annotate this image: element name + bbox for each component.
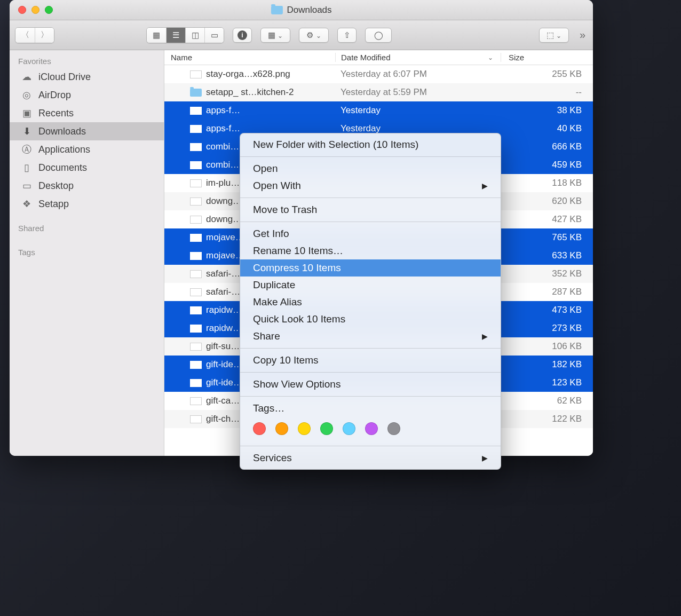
- file-row[interactable]: stay-orga…x628.pngYesterday at 6:07 PM25…: [164, 65, 593, 83]
- sidebar-item-applications[interactable]: Ⓐ Applications: [10, 140, 164, 159]
- file-name-text: gift-ch…: [206, 414, 240, 424]
- menu-open-with[interactable]: Open With▶: [240, 177, 501, 194]
- file-name-text: rapidw…: [206, 305, 242, 315]
- file-thumbnail-icon: [190, 270, 202, 278]
- tag-color-dot[interactable]: [365, 422, 378, 435]
- tag-color-dot[interactable]: [275, 422, 288, 435]
- file-size-cell: 62 KB: [501, 396, 591, 406]
- close-window-button[interactable]: [18, 6, 26, 14]
- menu-separator: [240, 396, 501, 397]
- tag-color-dot[interactable]: [343, 422, 355, 435]
- column-header-date-label: Date Modified: [341, 53, 391, 62]
- action-button[interactable]: ⚙ ⌄: [299, 28, 329, 43]
- applications-icon: Ⓐ: [20, 143, 33, 156]
- sidebar-item-documents[interactable]: ▯ Documents: [10, 159, 164, 177]
- menu-make-alias[interactable]: Make Alias: [240, 294, 501, 311]
- list-view-button[interactable]: ☰: [166, 28, 185, 43]
- tag-color-dot[interactable]: [298, 422, 311, 435]
- gear-icon: ⚙ ⌄: [306, 30, 321, 40]
- column-header-size[interactable]: Size: [501, 53, 591, 62]
- nav-buttons: 〈 〉: [15, 27, 54, 43]
- menu-rename[interactable]: Rename 10 Items…: [240, 242, 501, 259]
- menu-tags[interactable]: Tags…: [240, 400, 501, 417]
- list-icon: ☰: [172, 30, 179, 40]
- sidebar-item-desktop[interactable]: ▭ Desktop: [10, 177, 164, 195]
- menu-copy[interactable]: Copy 10 Items: [240, 352, 501, 369]
- menu-separator: [240, 198, 501, 198]
- file-size-cell: 106 KB: [501, 341, 591, 352]
- menu-separator: [240, 222, 501, 222]
- toolbar: 〈 〉 ▦ ☰ ◫ ▭ i ▦ ⌄ ⚙ ⌄ ⇧ ◯ ⬚ ⌄ »: [10, 20, 593, 50]
- file-size-cell: 459 KB: [501, 160, 591, 170]
- tag-color-dot[interactable]: [387, 422, 400, 435]
- tags-button[interactable]: ◯: [365, 28, 392, 43]
- menu-get-info[interactable]: Get Info: [240, 225, 501, 242]
- sidebar: Favorites ☁︎ iCloud Drive ◎ AirDrop ▣ Re…: [10, 50, 164, 456]
- file-name-text: downg…: [206, 196, 242, 207]
- file-size-cell: --: [501, 87, 591, 98]
- file-name-text: apps-f…: [206, 105, 240, 116]
- airdrop-icon: ◎: [20, 89, 33, 101]
- sidebar-item-icloud-drive[interactable]: ☁︎ iCloud Drive: [10, 68, 164, 86]
- zoom-window-button[interactable]: [45, 6, 53, 14]
- sidebar-item-setapp[interactable]: ❖ Setapp: [10, 195, 164, 213]
- group-by-button[interactable]: ▦ ⌄: [260, 28, 290, 43]
- minimize-window-button[interactable]: [31, 6, 39, 14]
- menu-compress[interactable]: Compress 10 Items: [240, 259, 501, 277]
- file-thumbnail-icon: [190, 288, 202, 296]
- menu-services[interactable]: Services▶: [240, 449, 501, 467]
- file-thumbnail-icon: [190, 198, 202, 206]
- sidebar-item-downloads[interactable]: ⬇ Downloads: [10, 122, 164, 140]
- file-size-cell: 123 KB: [501, 377, 591, 388]
- tag-color-dot[interactable]: [320, 422, 333, 435]
- tag-color-dot[interactable]: [253, 422, 266, 435]
- menu-quick-look[interactable]: Quick Look 10 Items: [240, 311, 501, 328]
- back-button[interactable]: 〈: [15, 28, 35, 43]
- file-name-text: stay-orga…x628.png: [206, 69, 290, 80]
- window-title-text: Downloads: [287, 5, 331, 15]
- submenu-arrow-icon: ▶: [482, 181, 488, 190]
- share-button[interactable]: ⇧: [337, 28, 357, 43]
- menu-share[interactable]: Share▶: [240, 328, 501, 345]
- file-name-text: combi…: [206, 160, 239, 170]
- file-name-text: gift-ide…: [206, 359, 242, 370]
- column-header-date[interactable]: Date Modified ⌄: [335, 53, 501, 62]
- forward-button[interactable]: 〉: [35, 28, 54, 43]
- menu-move-to-trash[interactable]: Move to Trash: [240, 201, 501, 218]
- gallery-view-button[interactable]: ▭: [204, 28, 224, 43]
- file-name-text: im-plu…: [206, 178, 240, 188]
- file-name-text: gift-ca…: [206, 396, 240, 406]
- column-header-name[interactable]: Name: [164, 53, 335, 62]
- file-thumbnail-icon: [190, 216, 202, 224]
- sidebar-item-recents[interactable]: ▣ Recents: [10, 104, 164, 122]
- toolbar-overflow-icon[interactable]: »: [577, 29, 588, 41]
- menu-show-view-options[interactable]: Show View Options: [240, 376, 501, 393]
- file-size-cell: 40 KB: [501, 123, 591, 134]
- file-row[interactable]: setapp_ st…kitchen-2Yesterday at 5:59 PM…: [164, 83, 593, 101]
- sidebar-favorites-header: Favorites: [10, 53, 164, 68]
- file-name-cell: setapp_ st…kitchen-2: [164, 87, 335, 98]
- dropbox-button[interactable]: ⬚ ⌄: [539, 28, 569, 43]
- menu-open[interactable]: Open: [240, 160, 501, 177]
- menu-duplicate[interactable]: Duplicate: [240, 277, 501, 294]
- info-button[interactable]: i: [233, 28, 252, 43]
- recents-icon: ▣: [20, 107, 33, 120]
- submenu-arrow-icon: ▶: [482, 454, 488, 462]
- submenu-arrow-icon: ▶: [482, 332, 488, 341]
- sidebar-tags-header: Tags: [10, 244, 164, 259]
- file-thumbnail-icon: [190, 252, 202, 260]
- file-name-cell: apps-f…: [164, 105, 335, 116]
- menu-new-folder-with-selection[interactable]: New Folder with Selection (10 Items): [240, 136, 501, 153]
- sidebar-item-label: Documents: [38, 162, 87, 173]
- file-date-cell: Yesterday at 5:59 PM: [335, 87, 501, 98]
- icon-view-button[interactable]: ▦: [147, 28, 166, 43]
- sidebar-item-label: iCloud Drive: [38, 72, 91, 83]
- info-icon: i: [237, 30, 247, 40]
- chevron-left-icon: 〈: [21, 30, 29, 40]
- file-thumbnail-icon: [190, 179, 202, 187]
- file-row[interactable]: apps-f…Yesterday38 KB: [164, 101, 593, 120]
- cloud-icon: ☁︎: [20, 70, 33, 83]
- column-view-button[interactable]: ◫: [185, 28, 204, 43]
- sidebar-item-airdrop[interactable]: ◎ AirDrop: [10, 86, 164, 104]
- file-name-text: gift-ide…: [206, 377, 242, 388]
